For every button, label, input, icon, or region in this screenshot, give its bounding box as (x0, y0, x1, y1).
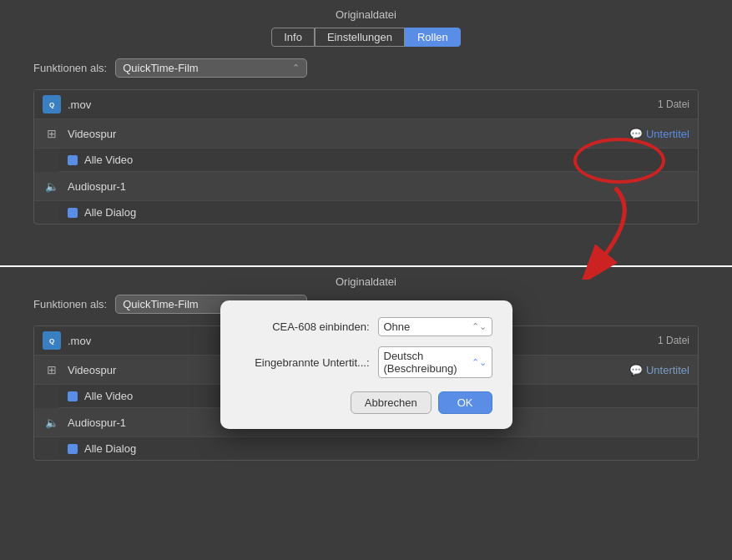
file-name: .mov (68, 98, 91, 111)
funktionen-value-top: QuickTime-Film (123, 62, 199, 74)
blue-square-icon-2 (68, 208, 78, 218)
video-spur-label: Videospur (68, 128, 116, 140)
top-panel: Originaldatei Info Einstellungen Rollen … (0, 0, 732, 267)
table-row: 🔈 Audiospur-1 (34, 172, 698, 201)
untertitel-embed-select[interactable]: Deutsch (Beschreibung) ⌃⌄ (378, 346, 492, 378)
dialog: CEA-608 einbinden: Ohne ⌃⌄ Eingebrannte … (220, 300, 512, 429)
table-row: Q .mov 1 Datei (34, 90, 698, 119)
file-list-top: Q .mov 1 Datei ⊞ Videospur 💬 Untertitel … (33, 89, 699, 225)
alle-video-label: Alle Video (84, 154, 133, 166)
dialog-buttons: Abbrechen OK (240, 391, 492, 414)
cancel-button[interactable]: Abbrechen (351, 391, 432, 414)
caption-icon: 💬 (629, 128, 643, 140)
table-row: ⊞ Videospur 💬 Untertitel (34, 119, 698, 149)
audio-spur-label: Audiospur-1 (68, 180, 126, 193)
top-window-title: Originaldatei (0, 0, 732, 28)
tab-info[interactable]: Info (271, 28, 315, 47)
funktionen-label-top: Funktionen als: (33, 62, 107, 74)
mov-icon: Q (43, 95, 61, 114)
cea-select[interactable]: Ohne ⌃⌄ (378, 317, 492, 336)
dialog-row-cea: CEA-608 einbinden: Ohne ⌃⌄ (240, 317, 492, 336)
cea-arrow: ⌃⌄ (472, 321, 487, 332)
alle-dialog-label: Alle Dialog (84, 206, 136, 219)
tab-bar: Info Einstellungen Rollen (0, 28, 732, 47)
audio-track-icon: 🔈 (43, 177, 61, 195)
table-row: Alle Dialog (59, 201, 698, 224)
tab-rollen[interactable]: Rollen (405, 28, 461, 47)
tab-einstellungen[interactable]: Einstellungen (315, 28, 405, 47)
untertitel-embed-arrow: ⌃⌄ (472, 357, 487, 368)
video-track-icon: ⊞ (43, 124, 61, 143)
ok-button[interactable]: OK (438, 391, 492, 414)
funktionen-arrow-top: ⌃ (292, 63, 300, 73)
funktionen-select-top[interactable]: QuickTime-Film ⌃ (115, 58, 307, 78)
cea-label: CEA-608 einbinden: (240, 320, 370, 333)
dialog-row-untertitel: Eingebrannte Untertit...: Deutsch (Besch… (240, 346, 492, 378)
untertitel-button[interactable]: 💬 Untertitel (629, 128, 689, 140)
file-count: 1 Datei (658, 98, 689, 110)
table-row: Alle Video (59, 149, 698, 172)
untertitel-embed-label: Eingebrannte Untertit...: (240, 356, 370, 369)
bottom-panel: Originaldatei Funktionen als: QuickTime-… (0, 267, 732, 560)
dialog-overlay: CEA-608 einbinden: Ohne ⌃⌄ Eingebrannte … (0, 267, 732, 560)
blue-square-icon (68, 155, 78, 165)
untertitel-label: Untertitel (646, 128, 689, 140)
untertitel-embed-value: Deutsch (Beschreibung) (384, 350, 472, 375)
funktionen-row-top: Funktionen als: QuickTime-Film ⌃ (0, 58, 732, 78)
cea-value: Ohne (384, 320, 411, 333)
